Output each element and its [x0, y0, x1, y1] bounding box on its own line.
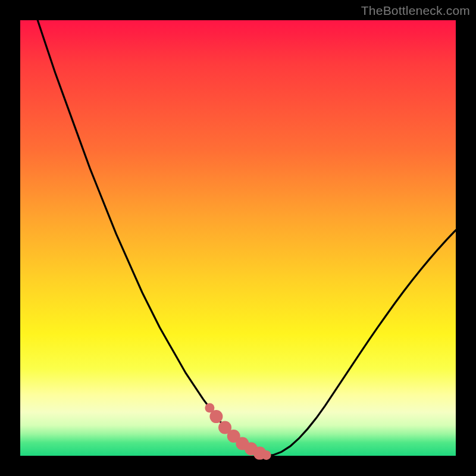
trough-markers	[205, 403, 271, 459]
watermark-text: TheBottleneck.com	[361, 4, 470, 18]
bottleneck-curve	[37, 20, 456, 455]
outer-frame: TheBottleneck.com	[0, 0, 476, 476]
trough-marker	[262, 450, 271, 460]
plot-area	[20, 20, 456, 456]
curve-layer	[20, 20, 456, 456]
trough-marker	[209, 410, 223, 423]
